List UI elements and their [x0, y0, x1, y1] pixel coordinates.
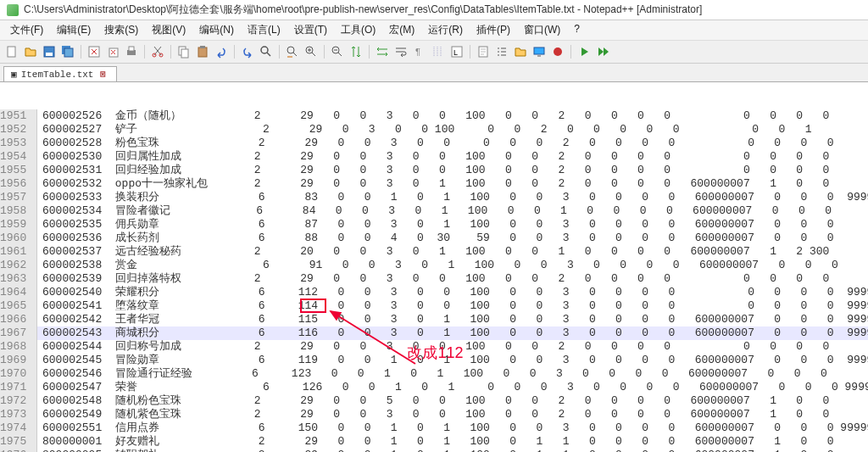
menu-item[interactable]: 设置(T): [287, 20, 334, 40]
close-all-icon[interactable]: [104, 43, 121, 60]
sync-v-icon[interactable]: [348, 43, 364, 60]
play-icon[interactable]: [576, 43, 593, 60]
menu-item[interactable]: 插件(P): [470, 20, 517, 40]
line-number: 1962: [0, 259, 37, 272]
table-row[interactable]: 1972600002548 随机粉色宝珠 2 29 0 0 5 0 0 100 …: [0, 394, 868, 408]
line-number: 1957: [0, 191, 37, 204]
table-row[interactable]: 1954600002530 回归属性加成 2 29 0 0 3 0 0 100 …: [0, 150, 868, 164]
line-content: 600002545 冒险勋章 6 119 0 0 1 0 1 100 0 0 3…: [37, 354, 868, 367]
menu-item[interactable]: 搜索(S): [97, 20, 145, 40]
table-row[interactable]: 1953600002528 粉色宝珠 2 29 0 0 3 0 0 0 0 0 …: [0, 137, 868, 150]
line-number: 1953: [0, 137, 37, 150]
tab-itemtable[interactable]: ▣ ItemTable.txt ⊠: [3, 66, 117, 81]
line-number: 1952: [0, 123, 37, 137]
table-row[interactable]: 1961600002537 远古经验秘药 2 20 0 0 3 0 1 100 …: [0, 245, 868, 259]
find-icon[interactable]: [258, 43, 275, 60]
svg-rect-13: [181, 49, 188, 58]
table-row[interactable]: 1965600002541 堕落纹章 6 114 0 0 3 0 0 100 0…: [0, 299, 868, 313]
line-number: 1954: [0, 150, 37, 164]
save-all-icon[interactable]: [59, 43, 76, 60]
line-content: 600002543 商城积分 6 116 0 0 3 0 1 100 0 0 3…: [37, 326, 868, 340]
wrap-icon[interactable]: [392, 43, 409, 60]
ws-icon[interactable]: ¶: [411, 43, 428, 60]
file-icon: ▣: [11, 69, 17, 80]
print-icon[interactable]: [123, 43, 140, 60]
line-content: 600002547 荣誉 6 126 0 0 1 0 1 0 0 0 3 0 0…: [37, 381, 868, 394]
table-row[interactable]: 1973600002549 随机紫色宝珠 2 29 0 0 3 0 0 100 …: [0, 408, 868, 421]
table-row[interactable]: 1966600002542 王者华冠 6 115 0 0 3 0 1 100 0…: [0, 313, 868, 326]
line-number: 1963: [0, 272, 37, 286]
table-row[interactable]: 1963600002539 回归掉落特权 2 29 0 0 3 0 0 100 …: [0, 272, 868, 286]
table-row[interactable]: 1959600002535 佣兵勋章 6 87 0 0 3 0 1 100 0 …: [0, 218, 868, 232]
paste-icon[interactable]: [194, 43, 211, 60]
copy-icon[interactable]: [175, 43, 192, 60]
record-icon[interactable]: [549, 43, 566, 60]
new-file-icon[interactable]: [3, 43, 20, 60]
line-number: 1972: [0, 394, 37, 408]
folder-icon[interactable]: [512, 43, 529, 60]
table-row[interactable]: 1952600002527 铲子 2 29 0 3 0 0 100 0 0 2 …: [0, 123, 868, 137]
table-row[interactable]: 1969600002545 冒险勋章 6 119 0 0 1 0 1 100 0…: [0, 354, 868, 367]
cut-icon[interactable]: [149, 43, 166, 60]
line-content: 600002526 金币（随机） 2 29 0 0 3 0 0 100 0 0 …: [37, 109, 868, 123]
table-row[interactable]: 1976800000005 转职贺礼 2 29 0 0 1 0 1 100 0 …: [0, 449, 868, 452]
svg-point-16: [261, 47, 268, 53]
table-row[interactable]: 1964600002540 荣耀积分 6 112 0 0 3 0 0 100 0…: [0, 286, 868, 299]
line-number: 1956: [0, 177, 37, 191]
func-list-icon[interactable]: [493, 43, 510, 60]
menu-item[interactable]: 编辑(E): [50, 20, 97, 40]
table-row[interactable]: 1951600002526 金币（随机） 2 29 0 0 3 0 0 100 …: [0, 109, 868, 123]
line-content: 600002542 王者华冠 6 115 0 0 3 0 1 100 0 0 3…: [37, 313, 868, 326]
menu-item[interactable]: 编码(N): [192, 20, 241, 40]
menu-item[interactable]: 文件(F): [3, 20, 50, 40]
lang-icon[interactable]: L: [448, 43, 465, 60]
replace-icon[interactable]: [284, 43, 301, 60]
close-icon[interactable]: ⊠: [97, 70, 108, 80]
save-icon[interactable]: [41, 43, 58, 60]
table-row[interactable]: 1970600002546 冒险通行证经验 6 123 0 0 1 0 1 10…: [0, 367, 868, 381]
table-row[interactable]: 1968600002544 回归称号加成 2 29 0 0 3 0 0 100 …: [0, 340, 868, 354]
table-row[interactable]: 1958600002534 冒险者徽记 6 84 0 0 3 0 1 100 0…: [0, 204, 868, 218]
line-number: 1969: [0, 354, 37, 367]
table-row[interactable]: 1967600002543 商城积分 6 116 0 0 3 0 1 100 0…: [0, 326, 868, 340]
menu-item[interactable]: 视图(V): [145, 20, 192, 40]
table-row[interactable]: 1971600002547 荣誉 6 126 0 0 1 0 1 0 0 0 3…: [0, 381, 868, 394]
zoom-in-icon[interactable]: [303, 43, 320, 60]
table-row[interactable]: 1975800000001 好友赠礼 2 29 0 0 1 0 1 100 0 …: [0, 435, 868, 449]
close-icon[interactable]: [86, 43, 103, 60]
svg-point-25: [554, 47, 562, 56]
open-file-icon[interactable]: [22, 43, 39, 60]
redo-icon[interactable]: [239, 43, 256, 60]
line-content: 600002527 铲子 2 29 0 3 0 0 100 0 0 2 0 0 …: [37, 123, 868, 137]
table-row[interactable]: 1955600002531 回归经验加成 2 29 0 0 3 0 0 100 …: [0, 164, 868, 177]
line-content: 600002549 随机紫色宝珠 2 29 0 0 3 0 0 100 0 0 …: [37, 408, 868, 421]
menu-item[interactable]: ?: [567, 20, 587, 40]
line-content: 800000005 转职贺礼 2 29 0 0 1 0 1 100 0 1 1 …: [37, 449, 868, 452]
tabbar: ▣ ItemTable.txt ⊠: [0, 64, 868, 82]
indent-guide-icon[interactable]: [430, 43, 447, 60]
menu-item[interactable]: 运行(R): [421, 20, 470, 40]
window-titlebar: C:\Users\Administrator\Desktop\阿拉德全套\服务端…: [0, 0, 868, 20]
play-multi-icon[interactable]: [594, 43, 611, 60]
sync-h-icon[interactable]: [374, 43, 391, 60]
menu-item[interactable]: 语言(L): [241, 20, 287, 40]
line-number: 1968: [0, 340, 37, 354]
table-row[interactable]: 1956600002532 oppo十一独家礼包 2 29 0 0 3 0 1 …: [0, 177, 868, 191]
undo-icon[interactable]: [213, 43, 230, 60]
zoom-out-icon[interactable]: [329, 43, 346, 60]
line-content: 600002536 成长药剂 6 88 0 0 4 0 30 59 0 0 3 …: [37, 232, 868, 245]
editor[interactable]: 1951600002526 金币（随机） 2 29 0 0 3 0 0 100 …: [0, 82, 868, 452]
table-row[interactable]: 1974600002551 信用点券 6 150 0 0 1 0 1 100 0…: [0, 421, 868, 435]
line-number: 1965: [0, 299, 37, 313]
table-row[interactable]: 1962600002538 赏金 6 91 0 0 3 0 1 100 0 0 …: [0, 259, 868, 272]
menu-item[interactable]: 工具(O): [334, 20, 382, 40]
app-icon: [7, 4, 19, 16]
doc-map-icon[interactable]: [475, 43, 492, 60]
table-row[interactable]: 1957600002533 换装积分 6 83 0 0 1 0 1 100 0 …: [0, 191, 868, 204]
menu-item[interactable]: 窗口(W): [517, 20, 567, 40]
line-content: 600002535 佣兵勋章 6 87 0 0 3 0 1 100 0 0 3 …: [37, 218, 868, 232]
menu-item[interactable]: 宏(M): [382, 20, 421, 40]
table-row[interactable]: 1960600002536 成长药剂 6 88 0 0 4 0 30 59 0 …: [0, 232, 868, 245]
line-number: 1958: [0, 204, 37, 218]
monitor-icon[interactable]: [531, 43, 548, 60]
